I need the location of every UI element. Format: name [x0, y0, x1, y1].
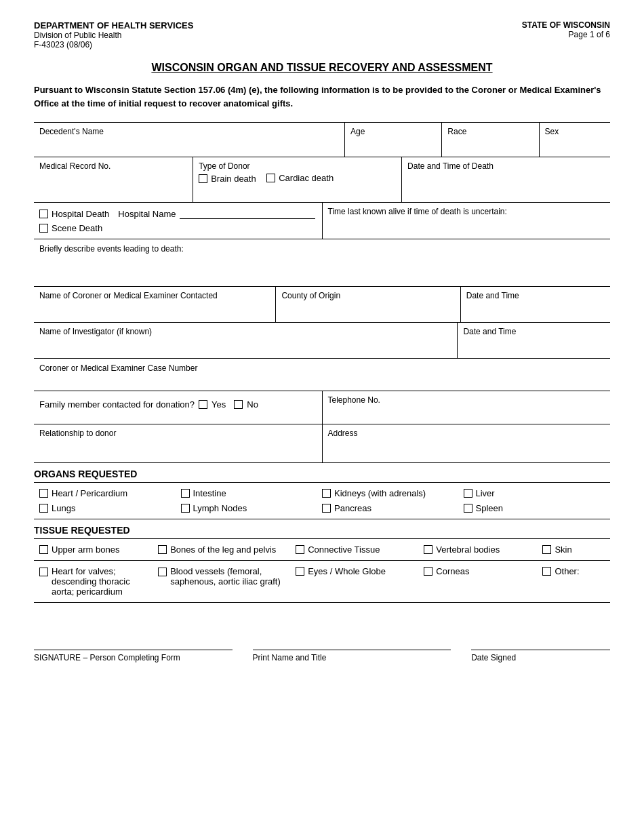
family-row: Family member contacted for donation? Ye… — [34, 391, 610, 424]
yes-label: Yes — [212, 399, 226, 410]
kidneys-item: Kidneys (with adrenals) — [322, 488, 464, 498]
tissue-col-2: Bones of the leg and pelvis — [158, 543, 296, 556]
kidneys-checkbox[interactable] — [322, 489, 331, 498]
vertebral-checkbox[interactable] — [424, 545, 432, 554]
medical-record-cell: Medical Record No. — [34, 157, 193, 202]
sex-cell: Sex — [540, 123, 610, 157]
hospital-name-field[interactable] — [180, 208, 315, 219]
signature-field: SIGNATURE – Person Completing Form — [34, 637, 233, 662]
print-name-field: Print Name and Title — [253, 637, 451, 662]
hospital-death-label: Hospital Death — [52, 209, 109, 219]
tissue-col-4: Vertebral bodies — [424, 543, 542, 556]
division: Division of Public Health — [34, 31, 193, 40]
skin-label: Skin — [555, 544, 571, 555]
coroner-case-row: Coroner or Medical Examiner Case Number — [34, 359, 610, 391]
date-time-2-cell: Date and Time — [458, 323, 610, 358]
corneas-label: Corneas — [436, 566, 469, 576]
lymph-label: Lymph Nodes — [193, 503, 247, 513]
page-title: WISCONSIN ORGAN AND TISSUE RECOVERY AND … — [34, 62, 610, 74]
time-last-known-label: Time last known alive if time of death i… — [328, 207, 605, 216]
hospital-row: Hospital Death Hospital Name Scene Death… — [34, 203, 610, 239]
telephone-cell: Telephone No. — [323, 391, 611, 424]
kidneys-label: Kidneys (with adrenals) — [334, 488, 426, 498]
type-donor-label: Type of Donor — [199, 161, 396, 171]
relationship-cell: Relationship to donor — [34, 424, 323, 462]
liver-checkbox[interactable] — [464, 489, 472, 498]
telephone-label: Telephone No. — [328, 395, 605, 405]
print-name-line — [253, 637, 451, 650]
date-signed-line — [471, 637, 610, 650]
hospital-death-cell: Hospital Death Hospital Name Scene Death — [34, 203, 323, 239]
upper-arm-checkbox[interactable] — [39, 545, 48, 554]
age-label: Age — [350, 127, 436, 136]
vertebral-label: Vertebral bodies — [436, 544, 500, 555]
cardiac-death-item: Cardiac death — [266, 173, 396, 183]
scene-death-label: Scene Death — [52, 223, 102, 233]
hospital-death-checkbox[interactable] — [39, 210, 48, 218]
signature-line — [34, 637, 233, 650]
organs-row: Heart / Pericardium Lungs Intestine Lymp… — [34, 483, 610, 519]
eyes-label: Eyes / Whole Globe — [308, 566, 386, 576]
yes-checkbox[interactable] — [199, 400, 207, 409]
medical-row: Medical Record No. Type of Donor Brain d… — [34, 157, 610, 203]
coroner-case-label: Coroner or Medical Examiner Case Number — [39, 363, 197, 373]
date-signed-label: Date Signed — [471, 653, 610, 662]
coroner-row: Name of Coroner or Medical Examiner Cont… — [34, 287, 610, 323]
header-left: DEPARTMENT OF HEALTH SERVICES Division o… — [34, 20, 193, 49]
scene-death-checkbox[interactable] — [39, 224, 48, 233]
lymph-checkbox[interactable] — [181, 504, 190, 513]
medical-record-label: Medical Record No. — [39, 161, 187, 171]
print-name-label: Print Name and Title — [253, 653, 451, 662]
address-cell: Address — [323, 424, 611, 462]
other-item: Other: — [542, 566, 599, 576]
heart-valves-label: Heart for valves; descending thoracic ao… — [52, 566, 153, 597]
coroner-name-cell: Name of Coroner or Medical Examiner Cont… — [34, 287, 276, 322]
leg-bones-checkbox[interactable] — [158, 545, 167, 554]
skin-checkbox[interactable] — [542, 545, 551, 554]
eyes-checkbox[interactable] — [296, 567, 304, 576]
cardiac-death-checkbox[interactable] — [266, 174, 275, 182]
leg-bones-label: Bones of the leg and pelvis — [170, 544, 276, 555]
briefly-describe-label: Briefly describe events leading to death… — [39, 244, 184, 254]
scene-death-item: Scene Death — [39, 223, 317, 233]
date-signed-field: Date Signed — [471, 637, 610, 662]
blood-vessels-item: Blood vessels (femoral, saphenous, aorti… — [158, 566, 290, 587]
connective-tissue-checkbox[interactable] — [296, 545, 304, 554]
tissue2-col-2: Blood vessels (femoral, saphenous, aorti… — [158, 565, 296, 588]
signature-label: SIGNATURE – Person Completing Form — [34, 653, 233, 662]
organs-col-2: Intestine Lymph Nodes — [181, 487, 323, 515]
decedent-name-label: Decedent's Name — [39, 127, 339, 136]
spleen-checkbox[interactable] — [464, 504, 472, 513]
sex-label: Sex — [545, 127, 605, 136]
form-section: Decedent's Name Age Race Sex Medical Rec… — [34, 122, 610, 603]
corneas-checkbox[interactable] — [424, 567, 432, 576]
date-time-death-cell: Date and Time of Death — [402, 157, 610, 202]
time-last-known-cell: Time last known alive if time of death i… — [323, 203, 611, 239]
spleen-item: Spleen — [464, 503, 605, 513]
no-label: No — [247, 399, 258, 410]
page-header: DEPARTMENT OF HEALTH SERVICES Division o… — [34, 20, 610, 49]
lungs-checkbox[interactable] — [39, 504, 48, 513]
intro-text: Pursuant to Wisconsin Statute Section 15… — [34, 83, 610, 110]
date-time-2-label: Date and Time — [463, 327, 605, 336]
cardiac-death-label: Cardiac death — [279, 173, 334, 183]
intestine-checkbox[interactable] — [181, 489, 190, 498]
date-time-death-label: Date and Time of Death — [407, 161, 605, 171]
blood-vessels-checkbox[interactable] — [158, 568, 167, 576]
investigator-name-cell: Name of Investigator (if known) — [34, 323, 458, 358]
organs-header: ORGANS REQUESTED — [34, 463, 610, 483]
tissue2-col-1: Heart for valves; descending thoracic ao… — [39, 565, 158, 598]
date-time-1-label: Date and Time — [466, 291, 605, 300]
brain-death-checkbox[interactable] — [199, 174, 207, 183]
no-checkbox[interactable] — [234, 400, 243, 409]
tissue-row-1: Upper arm bones Bones of the leg and pel… — [34, 539, 610, 561]
pancreas-checkbox[interactable] — [322, 504, 331, 513]
heart-checkbox[interactable] — [39, 489, 48, 498]
relationship-row: Relationship to donor Address — [34, 424, 610, 463]
brain-death-label: Brain death — [211, 174, 256, 184]
heart-valves-checkbox[interactable] — [39, 568, 48, 576]
other-checkbox[interactable] — [542, 567, 551, 576]
tissue2-col-4: Corneas — [424, 565, 542, 578]
hospital-name-label: Hospital Name — [118, 209, 176, 219]
upper-arm-item: Upper arm bones — [39, 544, 153, 555]
